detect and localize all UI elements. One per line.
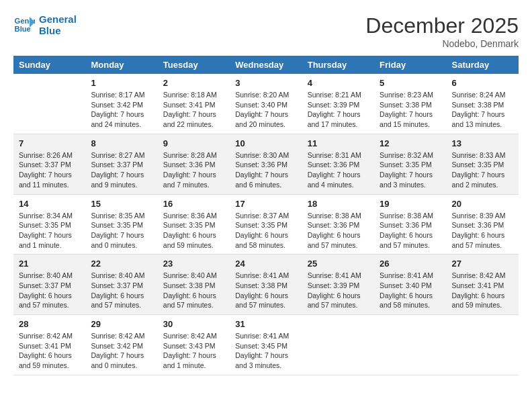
day-number: 9 (163, 138, 224, 148)
day-info: Sunrise: 8:36 AM Sunset: 3:35 PM Dayligh… (163, 211, 224, 250)
day-info: Sunrise: 8:35 AM Sunset: 3:35 PM Dayligh… (91, 211, 152, 250)
calendar-cell: 12Sunrise: 8:32 AM Sunset: 3:35 PM Dayli… (374, 134, 446, 194)
weekday-header-sunday: Sunday (13, 56, 85, 74)
weekday-header-saturday: Saturday (447, 56, 519, 74)
day-number: 31 (235, 319, 296, 329)
day-info: Sunrise: 8:28 AM Sunset: 3:36 PM Dayligh… (163, 150, 224, 190)
calendar-cell: 26Sunrise: 8:41 AM Sunset: 3:40 PM Dayli… (374, 255, 446, 315)
calendar-week-row: 1Sunrise: 8:17 AM Sunset: 3:42 PM Daylig… (13, 74, 519, 134)
day-number: 5 (380, 78, 441, 88)
calendar-cell: 27Sunrise: 8:42 AM Sunset: 3:41 PM Dayli… (447, 255, 519, 315)
day-info: Sunrise: 8:39 AM Sunset: 3:36 PM Dayligh… (452, 211, 513, 250)
day-info: Sunrise: 8:27 AM Sunset: 3:37 PM Dayligh… (91, 150, 152, 190)
calendar-cell: 24Sunrise: 8:41 AM Sunset: 3:38 PM Dayli… (230, 255, 302, 315)
day-number: 13 (452, 138, 513, 148)
day-number: 30 (163, 319, 224, 329)
calendar-cell: 13Sunrise: 8:33 AM Sunset: 3:35 PM Dayli… (447, 134, 519, 194)
logo-line2: Blue (39, 25, 77, 36)
day-info: Sunrise: 8:30 AM Sunset: 3:36 PM Dayligh… (235, 150, 296, 190)
day-number: 4 (308, 78, 369, 88)
day-info: Sunrise: 8:21 AM Sunset: 3:39 PM Dayligh… (308, 90, 369, 130)
calendar-cell: 4Sunrise: 8:21 AM Sunset: 3:39 PM Daylig… (302, 74, 374, 134)
day-number: 18 (308, 199, 369, 209)
logo-line1: General (39, 13, 77, 25)
calendar-cell (447, 315, 519, 375)
calendar-table: SundayMondayTuesdayWednesdayThursdayFrid… (13, 56, 519, 375)
day-info: Sunrise: 8:32 AM Sunset: 3:35 PM Dayligh… (380, 150, 441, 190)
calendar-cell: 7Sunrise: 8:26 AM Sunset: 3:37 PM Daylig… (13, 134, 85, 194)
calendar-header-row: SundayMondayTuesdayWednesdayThursdayFrid… (13, 56, 519, 74)
day-info: Sunrise: 8:18 AM Sunset: 3:41 PM Dayligh… (163, 90, 224, 130)
day-number: 27 (452, 259, 513, 269)
calendar-cell: 11Sunrise: 8:31 AM Sunset: 3:36 PM Dayli… (302, 134, 374, 194)
day-number: 3 (235, 78, 296, 88)
day-number: 7 (19, 138, 80, 148)
day-number: 21 (19, 259, 80, 269)
day-number: 23 (163, 259, 224, 269)
day-number: 10 (235, 138, 296, 148)
logo: General Blue General Blue (13, 13, 77, 36)
calendar-cell: 31Sunrise: 8:41 AM Sunset: 3:45 PM Dayli… (230, 315, 302, 375)
calendar-cell: 14Sunrise: 8:34 AM Sunset: 3:35 PM Dayli… (13, 194, 85, 255)
day-info: Sunrise: 8:17 AM Sunset: 3:42 PM Dayligh… (91, 90, 152, 130)
day-info: Sunrise: 8:31 AM Sunset: 3:36 PM Dayligh… (308, 150, 369, 190)
location: Nodebo, Denmark (365, 38, 519, 49)
calendar-cell: 23Sunrise: 8:40 AM Sunset: 3:38 PM Dayli… (158, 255, 230, 315)
day-info: Sunrise: 8:23 AM Sunset: 3:38 PM Dayligh… (380, 90, 441, 130)
calendar-cell: 5Sunrise: 8:23 AM Sunset: 3:38 PM Daylig… (374, 74, 446, 134)
svg-text:Blue: Blue (15, 25, 31, 33)
day-number: 19 (380, 199, 441, 209)
weekday-header-friday: Friday (374, 56, 446, 74)
day-info: Sunrise: 8:26 AM Sunset: 3:37 PM Dayligh… (19, 150, 80, 190)
day-number: 22 (91, 259, 152, 269)
day-info: Sunrise: 8:41 AM Sunset: 3:40 PM Dayligh… (380, 271, 441, 310)
weekday-header-tuesday: Tuesday (158, 56, 230, 74)
calendar-cell: 22Sunrise: 8:40 AM Sunset: 3:37 PM Dayli… (85, 255, 157, 315)
calendar-cell: 6Sunrise: 8:24 AM Sunset: 3:38 PM Daylig… (447, 74, 519, 134)
calendar-week-row: 7Sunrise: 8:26 AM Sunset: 3:37 PM Daylig… (13, 134, 519, 194)
calendar-cell: 20Sunrise: 8:39 AM Sunset: 3:36 PM Dayli… (447, 194, 519, 255)
day-info: Sunrise: 8:42 AM Sunset: 3:42 PM Dayligh… (91, 331, 152, 371)
calendar-week-row: 14Sunrise: 8:34 AM Sunset: 3:35 PM Dayli… (13, 194, 519, 255)
day-info: Sunrise: 8:38 AM Sunset: 3:36 PM Dayligh… (308, 211, 369, 250)
day-info: Sunrise: 8:37 AM Sunset: 3:35 PM Dayligh… (235, 211, 296, 250)
calendar-cell: 1Sunrise: 8:17 AM Sunset: 3:42 PM Daylig… (85, 74, 157, 134)
day-info: Sunrise: 8:41 AM Sunset: 3:38 PM Dayligh… (235, 271, 296, 310)
day-number: 8 (91, 138, 152, 148)
page-header: General Blue General Blue December 2025 … (13, 13, 519, 49)
day-info: Sunrise: 8:33 AM Sunset: 3:35 PM Dayligh… (452, 150, 513, 190)
day-info: Sunrise: 8:41 AM Sunset: 3:45 PM Dayligh… (235, 331, 296, 371)
day-number: 24 (235, 259, 296, 269)
calendar-cell (13, 74, 85, 134)
calendar-cell: 9Sunrise: 8:28 AM Sunset: 3:36 PM Daylig… (158, 134, 230, 194)
weekday-header-monday: Monday (85, 56, 157, 74)
weekday-header-thursday: Thursday (302, 56, 374, 74)
day-number: 14 (19, 199, 80, 209)
calendar-cell: 18Sunrise: 8:38 AM Sunset: 3:36 PM Dayli… (302, 194, 374, 255)
day-info: Sunrise: 8:40 AM Sunset: 3:37 PM Dayligh… (91, 271, 152, 310)
day-number: 1 (91, 78, 152, 88)
calendar-cell: 29Sunrise: 8:42 AM Sunset: 3:42 PM Dayli… (85, 315, 157, 375)
day-info: Sunrise: 8:42 AM Sunset: 3:41 PM Dayligh… (19, 331, 80, 371)
day-info: Sunrise: 8:24 AM Sunset: 3:38 PM Dayligh… (452, 90, 513, 130)
calendar-week-row: 28Sunrise: 8:42 AM Sunset: 3:41 PM Dayli… (13, 315, 519, 375)
month-title: December 2025 (365, 13, 519, 38)
day-info: Sunrise: 8:42 AM Sunset: 3:41 PM Dayligh… (452, 271, 513, 310)
logo-icon: General Blue (13, 14, 35, 36)
calendar-cell: 15Sunrise: 8:35 AM Sunset: 3:35 PM Dayli… (85, 194, 157, 255)
day-info: Sunrise: 8:40 AM Sunset: 3:38 PM Dayligh… (163, 271, 224, 310)
day-info: Sunrise: 8:34 AM Sunset: 3:35 PM Dayligh… (19, 211, 80, 250)
calendar-cell: 17Sunrise: 8:37 AM Sunset: 3:35 PM Dayli… (230, 194, 302, 255)
calendar-cell: 2Sunrise: 8:18 AM Sunset: 3:41 PM Daylig… (158, 74, 230, 134)
day-number: 17 (235, 199, 296, 209)
calendar-cell: 19Sunrise: 8:38 AM Sunset: 3:36 PM Dayli… (374, 194, 446, 255)
day-info: Sunrise: 8:40 AM Sunset: 3:37 PM Dayligh… (19, 271, 80, 310)
calendar-cell (374, 315, 446, 375)
day-info: Sunrise: 8:20 AM Sunset: 3:40 PM Dayligh… (235, 90, 296, 130)
title-block: December 2025 Nodebo, Denmark (365, 13, 519, 49)
day-number: 28 (19, 319, 80, 329)
calendar-cell: 10Sunrise: 8:30 AM Sunset: 3:36 PM Dayli… (230, 134, 302, 194)
calendar-cell: 3Sunrise: 8:20 AM Sunset: 3:40 PM Daylig… (230, 74, 302, 134)
weekday-header-wednesday: Wednesday (230, 56, 302, 74)
day-number: 11 (308, 138, 369, 148)
